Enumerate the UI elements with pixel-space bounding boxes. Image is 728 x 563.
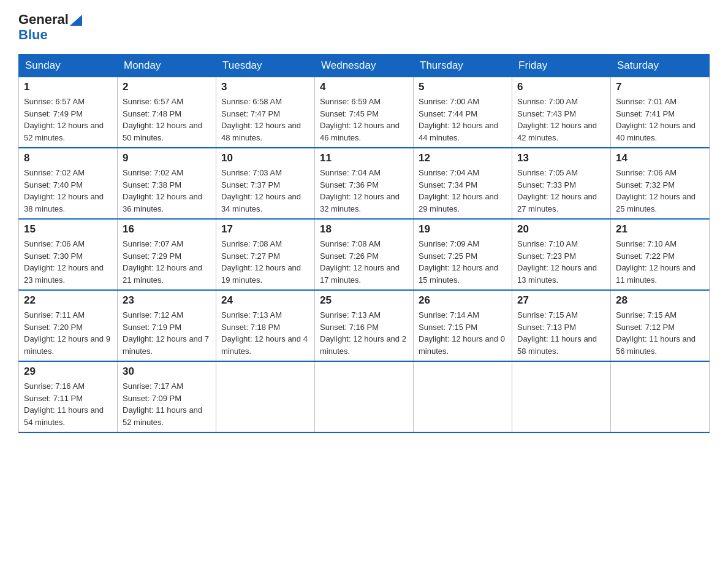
calendar-cell: 23Sunrise: 7:12 AMSunset: 7:19 PMDayligh… [118,290,216,361]
day-number: 9 [123,152,211,164]
calendar-cell: 11Sunrise: 7:04 AMSunset: 7:36 PMDayligh… [315,148,414,219]
day-info: Sunrise: 7:06 AMSunset: 7:32 PMDaylight:… [616,167,704,215]
calendar-week-row: 8Sunrise: 7:02 AMSunset: 7:40 PMDaylight… [19,148,710,219]
day-info: Sunrise: 7:07 AMSunset: 7:29 PMDaylight:… [123,238,211,286]
calendar-cell [216,361,315,432]
day-number: 2 [123,81,211,93]
calendar-cell: 15Sunrise: 7:06 AMSunset: 7:30 PMDayligh… [19,219,118,290]
calendar-week-row: 1Sunrise: 6:57 AMSunset: 7:49 PMDaylight… [19,77,710,148]
day-number: 14 [616,152,704,164]
calendar-cell: 3Sunrise: 6:58 AMSunset: 7:47 PMDaylight… [216,77,315,148]
weekday-header: Sunday [19,55,118,77]
weekday-header: Wednesday [315,55,414,77]
day-number: 21 [616,223,704,236]
day-number: 29 [24,366,112,378]
calendar-cell: 16Sunrise: 7:07 AMSunset: 7:29 PMDayligh… [118,219,216,290]
day-number: 17 [221,223,309,236]
calendar-cell: 10Sunrise: 7:03 AMSunset: 7:37 PMDayligh… [216,148,315,219]
page-header: General Blue [18,12,710,43]
day-info: Sunrise: 7:04 AMSunset: 7:36 PMDaylight:… [320,167,408,215]
day-number: 4 [320,81,408,93]
weekday-header: Monday [118,55,216,77]
calendar-cell: 19Sunrise: 7:09 AMSunset: 7:25 PMDayligh… [414,219,512,290]
day-info: Sunrise: 7:06 AMSunset: 7:30 PMDaylight:… [24,238,112,286]
day-info: Sunrise: 7:14 AMSunset: 7:15 PMDaylight:… [419,309,507,357]
calendar-cell: 7Sunrise: 7:01 AMSunset: 7:41 PMDaylight… [611,77,710,148]
calendar-cell: 28Sunrise: 7:15 AMSunset: 7:12 PMDayligh… [611,290,710,361]
calendar-table: SundayMondayTuesdayWednesdayThursdayFrid… [18,54,710,433]
day-number: 27 [517,294,605,307]
day-info: Sunrise: 7:11 AMSunset: 7:20 PMDaylight:… [24,309,112,357]
day-number: 18 [320,223,408,236]
day-info: Sunrise: 6:57 AMSunset: 7:49 PMDaylight:… [24,96,112,144]
calendar-cell: 27Sunrise: 7:15 AMSunset: 7:13 PMDayligh… [512,290,611,361]
weekday-header: Thursday [414,55,512,77]
day-number: 26 [419,294,507,307]
day-info: Sunrise: 7:16 AMSunset: 7:11 PMDaylight:… [24,380,112,428]
calendar-cell: 4Sunrise: 6:59 AMSunset: 7:45 PMDaylight… [315,77,414,148]
weekday-header: Tuesday [216,55,315,77]
calendar-cell: 20Sunrise: 7:10 AMSunset: 7:23 PMDayligh… [512,219,611,290]
calendar-cell: 1Sunrise: 6:57 AMSunset: 7:49 PMDaylight… [19,77,118,148]
day-number: 25 [320,294,408,307]
calendar-cell: 14Sunrise: 7:06 AMSunset: 7:32 PMDayligh… [611,148,710,219]
calendar-week-row: 22Sunrise: 7:11 AMSunset: 7:20 PMDayligh… [19,290,710,361]
calendar-cell: 17Sunrise: 7:08 AMSunset: 7:27 PMDayligh… [216,219,315,290]
weekday-header: Saturday [611,55,710,77]
calendar-cell: 6Sunrise: 7:00 AMSunset: 7:43 PMDaylight… [512,77,611,148]
calendar-cell [414,361,512,432]
calendar-cell: 2Sunrise: 6:57 AMSunset: 7:48 PMDaylight… [118,77,216,148]
day-info: Sunrise: 7:13 AMSunset: 7:18 PMDaylight:… [221,309,309,357]
logo-blue: Blue [18,27,48,43]
day-number: 24 [221,294,309,307]
day-info: Sunrise: 7:10 AMSunset: 7:22 PMDaylight:… [616,238,704,286]
day-number: 23 [123,294,211,307]
day-info: Sunrise: 7:12 AMSunset: 7:19 PMDaylight:… [123,309,211,357]
day-info: Sunrise: 7:15 AMSunset: 7:13 PMDaylight:… [517,309,605,357]
calendar-cell: 22Sunrise: 7:11 AMSunset: 7:20 PMDayligh… [19,290,118,361]
calendar-week-row: 15Sunrise: 7:06 AMSunset: 7:30 PMDayligh… [19,219,710,290]
calendar-cell: 5Sunrise: 7:00 AMSunset: 7:44 PMDaylight… [414,77,512,148]
day-info: Sunrise: 7:03 AMSunset: 7:37 PMDaylight:… [221,167,309,215]
day-number: 20 [517,223,605,236]
day-number: 8 [24,152,112,164]
day-number: 16 [123,223,211,236]
day-info: Sunrise: 7:15 AMSunset: 7:12 PMDaylight:… [616,309,704,357]
day-number: 5 [419,81,507,93]
day-info: Sunrise: 7:02 AMSunset: 7:38 PMDaylight:… [123,167,211,215]
day-info: Sunrise: 6:57 AMSunset: 7:48 PMDaylight:… [123,96,211,144]
day-info: Sunrise: 7:10 AMSunset: 7:23 PMDaylight:… [517,238,605,286]
calendar-cell: 24Sunrise: 7:13 AMSunset: 7:18 PMDayligh… [216,290,315,361]
day-number: 10 [221,152,309,164]
day-info: Sunrise: 7:08 AMSunset: 7:27 PMDaylight:… [221,238,309,286]
day-number: 15 [24,223,112,236]
calendar-cell: 26Sunrise: 7:14 AMSunset: 7:15 PMDayligh… [414,290,512,361]
calendar-cell: 29Sunrise: 7:16 AMSunset: 7:11 PMDayligh… [19,361,118,432]
calendar-cell: 30Sunrise: 7:17 AMSunset: 7:09 PMDayligh… [118,361,216,432]
calendar-cell: 25Sunrise: 7:13 AMSunset: 7:16 PMDayligh… [315,290,414,361]
logo-general: General [18,12,82,27]
day-number: 13 [517,152,605,164]
day-info: Sunrise: 7:13 AMSunset: 7:16 PMDaylight:… [320,309,408,357]
calendar-cell: 8Sunrise: 7:02 AMSunset: 7:40 PMDaylight… [19,148,118,219]
day-info: Sunrise: 7:04 AMSunset: 7:34 PMDaylight:… [419,167,507,215]
day-number: 28 [616,294,704,307]
day-info: Sunrise: 7:00 AMSunset: 7:43 PMDaylight:… [517,96,605,144]
weekday-header: Friday [512,55,611,77]
day-number: 11 [320,152,408,164]
day-info: Sunrise: 7:09 AMSunset: 7:25 PMDaylight:… [419,238,507,286]
calendar-cell: 9Sunrise: 7:02 AMSunset: 7:38 PMDaylight… [118,148,216,219]
day-number: 30 [123,366,211,378]
day-info: Sunrise: 7:01 AMSunset: 7:41 PMDaylight:… [616,96,704,144]
day-number: 12 [419,152,507,164]
calendar-cell [315,361,414,432]
day-info: Sunrise: 7:02 AMSunset: 7:40 PMDaylight:… [24,167,112,215]
calendar-cell: 12Sunrise: 7:04 AMSunset: 7:34 PMDayligh… [414,148,512,219]
day-info: Sunrise: 7:00 AMSunset: 7:44 PMDaylight:… [419,96,507,144]
day-number: 7 [616,81,704,93]
day-info: Sunrise: 6:58 AMSunset: 7:47 PMDaylight:… [221,96,309,144]
day-info: Sunrise: 7:08 AMSunset: 7:26 PMDaylight:… [320,238,408,286]
day-info: Sunrise: 6:59 AMSunset: 7:45 PMDaylight:… [320,96,408,144]
logo-area: General Blue [18,12,82,43]
day-number: 19 [419,223,507,236]
